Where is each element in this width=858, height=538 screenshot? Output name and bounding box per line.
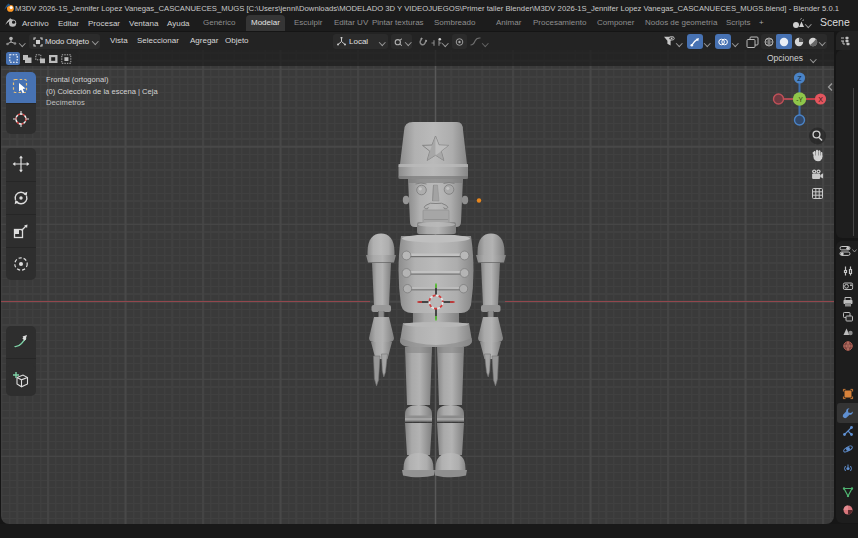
svg-text:X: X [818,96,823,103]
svg-text:Z: Z [797,75,802,82]
svg-text:-Y: -Y [796,96,803,103]
